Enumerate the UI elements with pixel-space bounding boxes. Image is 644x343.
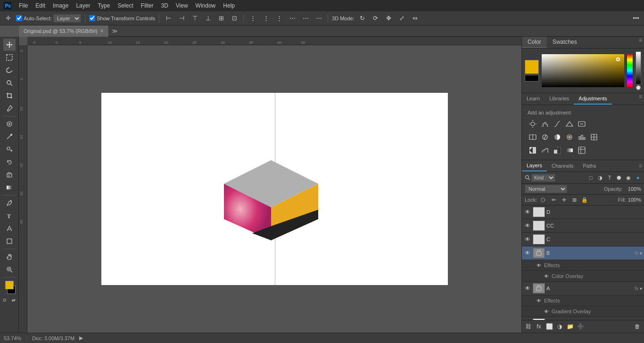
marquee-tool-btn[interactable]	[3, 51, 16, 64]
color-spectrum-bar[interactable]	[627, 54, 633, 87]
menu-edit[interactable]: Edit	[32, 1, 49, 10]
new-layer-btn[interactable]: ➕	[576, 322, 585, 331]
3d-drag-icon[interactable]: ✥	[384, 13, 394, 24]
status-arrow-btn[interactable]: ▶	[79, 335, 83, 341]
heal-tool-btn[interactable]	[3, 118, 16, 130]
invert-adj-btn[interactable]	[528, 145, 538, 155]
menu-type[interactable]: Type	[94, 1, 114, 10]
layer-A[interactable]: 👁 A fx ▾	[522, 282, 644, 295]
black-white-adj-btn[interactable]	[552, 132, 562, 142]
tab-close-btn[interactable]: ✕	[100, 28, 104, 33]
eyedropper-btn[interactable]	[3, 102, 16, 114]
align-bottom-icon[interactable]: ⊡	[229, 13, 239, 24]
history-brush-btn[interactable]	[3, 156, 16, 168]
add-mask-btn[interactable]: ⬜	[545, 322, 554, 331]
align-center-h-icon[interactable]: ⊣	[176, 13, 187, 24]
lock-position-btn[interactable]: ✛	[560, 196, 568, 204]
filter-smart-icon[interactable]: ◉	[624, 173, 633, 182]
layer-A-effects-eye[interactable]: 👁	[535, 297, 543, 304]
layer-B-eye[interactable]: 👁	[524, 249, 531, 257]
lasso-tool-btn[interactable]	[3, 64, 16, 76]
channels-tab[interactable]: Channels	[547, 161, 578, 171]
menu-help[interactable]: Help	[219, 1, 239, 10]
threshold-adj-btn[interactable]	[552, 145, 562, 155]
layer-background[interactable]: 👁 Background 🔒	[522, 317, 644, 320]
layer-A-expand[interactable]: ▾	[640, 286, 642, 291]
pen-tool-btn[interactable]	[3, 197, 16, 209]
hue-sat-adj-btn[interactable]	[528, 132, 538, 142]
menu-layer[interactable]: Layer	[72, 1, 94, 10]
gradient-map-adj-btn[interactable]	[564, 145, 575, 155]
move-tool-btn[interactable]	[3, 39, 16, 51]
gradient-tool-btn[interactable]	[3, 181, 16, 194]
align-top-icon[interactable]: ⊥	[203, 13, 213, 24]
layers-tab[interactable]: Layers	[522, 160, 547, 172]
path-select-btn[interactable]	[3, 222, 16, 235]
layer-filter-select[interactable]: Kind Name Effect Mode	[531, 174, 555, 182]
filter-shape-icon[interactable]: ⬟	[615, 173, 623, 182]
menu-image[interactable]: Image	[49, 1, 72, 10]
3d-rotate-icon[interactable]: ↻	[357, 13, 368, 24]
show-transform-checkbox[interactable]	[89, 15, 95, 21]
brush-tool-btn[interactable]	[3, 131, 16, 143]
status-zoom[interactable]: 53.74%	[4, 335, 21, 341]
layer-B-effects[interactable]: 👁 Effects	[522, 260, 644, 271]
layer-CC[interactable]: 👁 CC	[522, 219, 644, 233]
menu-select[interactable]: Select	[114, 1, 137, 10]
selective-color-adj-btn[interactable]	[577, 145, 587, 155]
layer-A-effects[interactable]: 👁 Effects	[522, 295, 644, 306]
posterize-adj-btn[interactable]	[540, 145, 550, 155]
color-lookup-adj-btn[interactable]	[589, 132, 599, 142]
hand-tool-btn[interactable]	[3, 251, 16, 263]
color-gradient-area[interactable]	[542, 54, 624, 87]
3d-roll-icon[interactable]: ⟳	[371, 13, 381, 24]
filter-toggle-icon[interactable]: ●	[634, 173, 642, 182]
vibrance-adj-btn[interactable]	[577, 119, 587, 129]
layer-B-effects-eye[interactable]: 👁	[535, 261, 543, 269]
layer-fx-btn[interactable]: fx	[534, 322, 544, 331]
text-tool-btn[interactable]: T	[3, 210, 16, 222]
layer-A-gradient-overlay[interactable]: 👁 Gradient Overlay	[522, 306, 644, 317]
lightness-bar[interactable]	[636, 51, 641, 84]
layer-B[interactable]: 👁 B fx ▾	[522, 246, 644, 260]
color-balance-adj-btn[interactable]	[540, 132, 550, 142]
swap-colors-btn[interactable]: ⇄	[10, 296, 17, 304]
dist-top-icon[interactable]: ⋯	[287, 13, 297, 24]
layer-B-color-overlay-eye[interactable]: 👁	[543, 272, 550, 280]
layer-A-eye[interactable]: 👁	[524, 285, 531, 292]
opacity-value[interactable]: 100%	[625, 186, 641, 192]
adjustments-tab-btn[interactable]: Adjustments	[574, 93, 612, 105]
layer-CC-eye[interactable]: 👁	[524, 222, 531, 229]
eraser-btn[interactable]	[3, 169, 16, 181]
add-adjustment-btn[interactable]: ◑	[555, 322, 564, 331]
shape-tool-btn[interactable]	[3, 235, 16, 247]
brightness-adj-btn[interactable]	[528, 119, 538, 129]
learn-tab[interactable]: Learn	[522, 93, 545, 105]
dist-bottom-icon[interactable]: ⋯	[314, 13, 324, 24]
color-panel-collapse[interactable]: ≡	[637, 37, 644, 48]
color-tab[interactable]: Color	[522, 37, 547, 48]
dist-left-icon[interactable]: ⋮	[248, 13, 258, 24]
dist-right-icon[interactable]: ⋮	[274, 13, 284, 24]
menu-view[interactable]: View	[172, 1, 192, 10]
crop-tool-btn[interactable]	[3, 90, 16, 102]
menu-file[interactable]: File	[15, 1, 32, 10]
foreground-color[interactable]	[5, 281, 14, 289]
default-colors-btn[interactable]: D	[1, 296, 8, 304]
curves-adj-btn[interactable]	[552, 119, 562, 129]
align-left-icon[interactable]: ⊢	[163, 13, 173, 24]
tab-more-btn[interactable]: ≫	[109, 28, 121, 34]
exposure-adj-btn[interactable]	[564, 119, 575, 129]
menu-filter[interactable]: Filter	[137, 1, 157, 10]
delete-layer-btn[interactable]: 🗑	[633, 322, 642, 331]
layer-A-gradient-overlay-eye[interactable]: 👁	[543, 308, 550, 315]
filter-type-icon[interactable]: T	[605, 173, 614, 182]
more-options-btn[interactable]: •••	[631, 13, 641, 24]
align-right-icon[interactable]: ⊤	[190, 13, 200, 24]
group-layers-btn[interactable]: 📁	[565, 322, 575, 331]
color-preview-box[interactable]	[525, 60, 539, 74]
swatches-tab[interactable]: Swatches	[547, 37, 583, 48]
photo-filter-adj-btn[interactable]	[564, 132, 575, 142]
fill-value[interactable]: 100%	[628, 197, 641, 203]
libraries-tab[interactable]: Libraries	[545, 93, 574, 105]
